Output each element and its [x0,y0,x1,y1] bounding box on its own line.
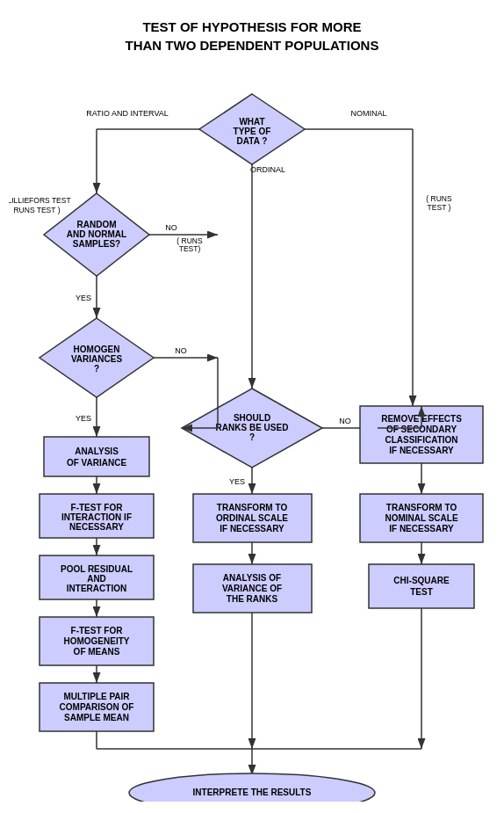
pool-text3: INTERACTION [67,584,126,593]
should-ranks-text1: SHOULD [234,413,270,423]
runs-test-label2: TEST) [179,244,201,253]
no-label2: NO [175,346,187,355]
should-ranks-text3: ? [249,432,255,442]
analysis-ranks-text2: VARIANCE OF [222,584,282,593]
multiple-text1: MULTIPLE PAIR [63,692,130,701]
transform-nom-text1: TRANSFORM TO [386,503,457,512]
yes-label2: YES [76,414,91,423]
nominal-label: NOMINAL [350,109,386,118]
f-test-homo-text1: F-TEST FOR [71,626,124,635]
no-label1: NO [165,223,177,232]
transform-nom-text2: NOMINAL SCALE [385,513,457,523]
multiple-text3: SAMPLE MEAN [64,713,129,722]
analysis-variance-text2: OF VARIANCE [67,458,126,468]
random-normal-text1: RANDOM [77,220,117,229]
analysis-variance-box [44,437,149,476]
ordinal-label: ORDINAL [250,165,285,174]
pool-text2: AND [87,574,106,584]
yes-label3: YES [229,477,245,486]
yes-label1: YES [76,294,91,302]
remove-text3: CLASSIFICATION [385,435,457,445]
analysis-ranks-text1: ANALYSIS OF [223,573,281,583]
f-test-homo-text3: OF MEANS [74,647,120,657]
interpret-text: INTERPRETE THE RESULTS [193,788,312,797]
f-test-inter-text3: NECESSARY [69,522,124,532]
multiple-text2: COMPARISON OF [60,702,134,712]
chi-text2: TEST [410,587,433,597]
pool-text1: POOL RESIDUAL [61,564,133,574]
f-test-inter-text1: F-TEST FOR [71,503,124,512]
ratio-interval-label: RATIO AND INTERVAL [86,109,169,118]
homogen-text2: VARIANCES [71,354,122,364]
homogen-text3: ? [94,364,99,374]
transform-nom-text3: IF NECESSARY [389,524,454,534]
what-type-text: WHAT [239,117,264,127]
f-test-inter-text2: INTERACTION IF [61,512,132,522]
f-test-homo-text2: HOMOGENEITY [63,636,129,646]
random-normal-text3: SAMPLES? [73,239,120,249]
should-ranks-text2: RANKS BE USED [216,423,289,432]
analysis-ranks-text3: THE RANKS [227,594,278,604]
what-type-text3: DATA ? [237,136,268,146]
runs-test-right-label1: ( RUNS [426,194,452,203]
lilliefors-label1: ( LILLIEFORS TEST [9,196,71,205]
analysis-variance-text1: ANALYSIS [75,446,119,456]
no-label3: NO [339,417,351,425]
transform-ord-text2: ORDINAL SCALE [216,513,288,523]
transform-ord-text1: TRANSFORM TO [217,503,288,512]
remove-text4: IF NECESSARY [389,446,454,455]
lilliefors-label2: RUNS TEST ) [13,206,60,214]
runs-test-right-label2: TEST ) [428,203,451,212]
random-normal-text2: AND NORMAL [67,229,126,239]
homogen-text1: HOMOGEN [74,345,120,354]
chi-text1: CHI-SQUARE [393,576,450,585]
page-title: TEST OF HYPOTHESIS FOR MORE THAN TWO DEP… [0,9,504,72]
transform-ord-text3: IF NECESSARY [220,524,284,534]
what-type-text2: TYPE OF [234,127,271,136]
